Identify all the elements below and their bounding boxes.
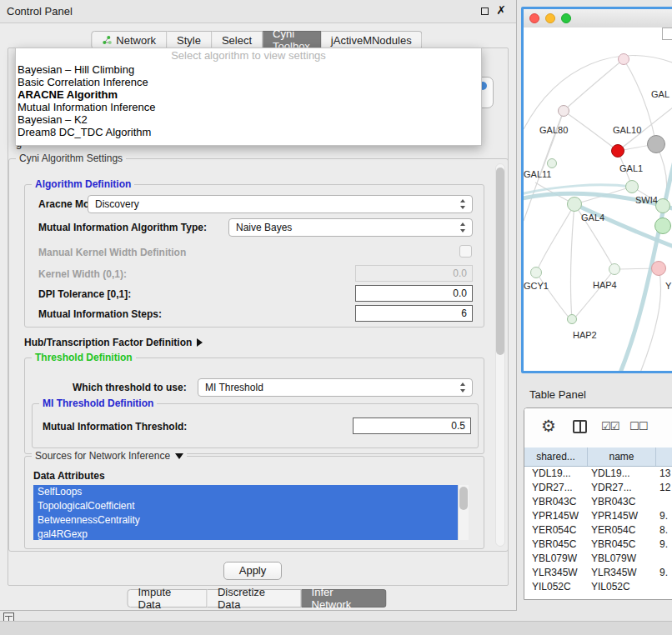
network-node[interactable]	[654, 218, 671, 234]
network-node[interactable]	[651, 261, 666, 276]
algorithm-list: Bayesian – Hill ClimbingBasic Correlatio…	[16, 63, 481, 138]
tab-label: Network	[116, 34, 156, 47]
network-node-gal11[interactable]	[547, 158, 557, 168]
table-panel-title: Table Panel	[529, 388, 586, 401]
float-window-icon[interactable]	[481, 8, 489, 15]
table-cell: YLR345W	[524, 566, 588, 580]
tab-discretize-data[interactable]: Discretize Data	[208, 589, 302, 608]
attribute-item-topologicalcoefficient[interactable]: TopologicalCoefficient	[33, 499, 458, 513]
mi-threshold-group-title: MI Threshold Definition	[39, 398, 157, 409]
column-header-2[interactable]	[656, 448, 672, 466]
tab-label: Select	[222, 34, 252, 47]
table-row[interactable]: YBL079WYBL079W	[524, 552, 672, 566]
algorithm-option-mutual-information-inference[interactable]: Mutual Information Inference	[16, 101, 481, 113]
table-row[interactable]: YER054CYER054C8.	[524, 523, 672, 538]
manual-kernel-checkbox[interactable]	[459, 245, 472, 258]
hub-definition-toggle[interactable]: Hub/Transcription Factor Definition	[24, 334, 203, 349]
table-cell	[656, 495, 672, 509]
attribute-item-gal4rgexp[interactable]: gal4RGexp	[33, 528, 458, 540]
table-cell: YIL052C	[588, 580, 656, 594]
column-header-shared[interactable]: shared...	[524, 448, 588, 466]
mi-threshold-field[interactable]: 0.5	[353, 418, 471, 434]
control-panel-window: Control Panel ✗ NetworkStyleSelectCyni T…	[0, 0, 517, 611]
algorithm-option-bayesian-hill-climbing[interactable]: Bayesian – Hill Climbing	[16, 63, 481, 76]
mi-type-value: Naive Bayes	[236, 222, 292, 233]
table-rows: YDL19...YDL19...13YDR27...YDR27...12YBR0…	[524, 467, 672, 599]
threshold-definition-title: Threshold Definition	[32, 352, 136, 363]
table-cell: YPR145W	[524, 509, 588, 523]
network-node-gal4[interactable]	[567, 197, 582, 212]
network-canvas[interactable]: GALGAL80GAL10GAL11GAL1SWI4GAL4GCY1HAP4YH…	[524, 28, 672, 371]
application-window: Control Panel ✗ NetworkStyleSelectCyni T…	[0, 0, 672, 635]
select-all-icon[interactable]: ☑☑	[601, 420, 619, 432]
table-row[interactable]: YPR145WYPR145W9.	[524, 509, 672, 523]
tab-infer-network[interactable]: Infer Network	[302, 589, 387, 608]
settings-group-title: Cyni Algorithm Settings	[16, 152, 126, 164]
dpi-tolerance-field[interactable]: 0.0	[355, 285, 473, 302]
node-label-gcy1: GCY1	[524, 281, 549, 291]
aracne-mode-select[interactable]: Discovery	[88, 195, 473, 213]
deselect-all-icon[interactable]: ☐☐	[629, 420, 647, 432]
bottom-tabs: Impute DataDiscretize DataInfer Network	[128, 589, 387, 608]
kernel-width-field[interactable]: 0.0	[355, 265, 473, 282]
columns-icon[interactable]	[573, 420, 587, 433]
settings-scrollbar-thumb[interactable]	[496, 168, 504, 355]
minimize-traffic-light[interactable]	[545, 13, 555, 23]
network-node[interactable]	[647, 135, 665, 153]
zoom-traffic-light[interactable]	[561, 13, 571, 23]
network-node[interactable]	[618, 53, 629, 65]
network-node-hap2[interactable]	[567, 314, 577, 324]
network-scrollbar-corner[interactable]	[662, 28, 672, 40]
column-header-name[interactable]: name	[588, 448, 656, 466]
network-node-gal10[interactable]	[611, 144, 624, 158]
table-row[interactable]: YLR345WYLR345W9.	[524, 566, 672, 580]
table-cell: YPR145W	[588, 509, 656, 523]
table-cell: 13	[656, 467, 672, 481]
table-cell: 12	[656, 481, 672, 495]
apply-button[interactable]: Apply	[223, 562, 282, 580]
sources-group-title[interactable]: Sources for Network Inference	[32, 450, 187, 462]
which-threshold-select[interactable]: MI Threshold	[198, 378, 473, 397]
attributes-scrollbar[interactable]	[458, 485, 469, 540]
algorithm-option-bayesian-k2[interactable]: Bayesian – K2	[16, 113, 481, 126]
algorithm-option-aracne-algorithm[interactable]: ARACNE Algorithm	[16, 88, 481, 101]
attribute-item-selfloops[interactable]: SelfLoops	[33, 485, 458, 499]
mi-type-select[interactable]: Naive Bayes	[228, 218, 473, 237]
network-node-hap4[interactable]	[609, 263, 620, 275]
attributes-scrollbar-thumb[interactable]	[459, 487, 468, 510]
table-row[interactable]: YDL19...YDL19...13	[524, 467, 672, 481]
tab-impute-data[interactable]: Impute Data	[128, 589, 208, 608]
threshold-definition-group: Threshold Definition Which threshold to …	[24, 358, 484, 454]
node-label-gal11: GAL11	[524, 169, 551, 179]
tab-cyni-toolbox[interactable]: Cyni Toolbox	[263, 31, 321, 49]
network-node-gcy1[interactable]	[530, 267, 542, 278]
table-cell: YBR045C	[524, 538, 588, 552]
network-view-window: GALGAL80GAL10GAL11GAL1SWI4GAL4GCY1HAP4YH…	[521, 7, 672, 373]
tab-network[interactable]: Network	[91, 31, 167, 49]
tab-jactivemnodules[interactable]: jActiveMNodules	[321, 31, 423, 49]
control-panel-titlebar[interactable]: Control Panel ✗	[0, 0, 516, 23]
tab-style[interactable]: Style	[167, 31, 212, 49]
network-window-titlebar[interactable]	[524, 9, 672, 28]
tab-select[interactable]: Select	[212, 31, 263, 49]
table-row[interactable]: YIL052CYIL052C	[524, 580, 672, 594]
close-traffic-light[interactable]	[529, 13, 539, 23]
network-graph-icon	[102, 35, 112, 45]
expanded-arrow-icon	[175, 453, 183, 459]
network-node-gal1[interactable]	[625, 180, 639, 193]
gear-icon[interactable]: ⚙	[541, 416, 556, 436]
mi-steps-field[interactable]: 6	[355, 305, 473, 322]
table-row[interactable]: YBR043CYBR043C	[524, 495, 672, 509]
settings-scrollbar[interactable]	[495, 163, 505, 547]
network-node-gal80[interactable]	[558, 105, 569, 117]
close-icon[interactable]: ✗	[496, 3, 506, 17]
mi-threshold-label: Mutual Information Threshold:	[43, 421, 187, 432]
tab-label: jActiveMNodules	[331, 34, 412, 47]
node-label-hap2: HAP2	[573, 330, 597, 340]
data-attributes-label: Data Attributes	[33, 470, 105, 482]
attribute-item-betweennesscentrality[interactable]: BetweennessCentrality	[33, 513, 458, 528]
algorithm-option-dream8-dc-tdc-algorithm[interactable]: Dream8 DC_TDC Algorithm	[16, 126, 481, 138]
table-row[interactable]: YBR045CYBR045C9.	[524, 538, 672, 552]
table-row[interactable]: YDR27...YDR27...12	[524, 481, 672, 495]
algorithm-option-basic-correlation-inference[interactable]: Basic Correlation Inference	[16, 76, 481, 88]
